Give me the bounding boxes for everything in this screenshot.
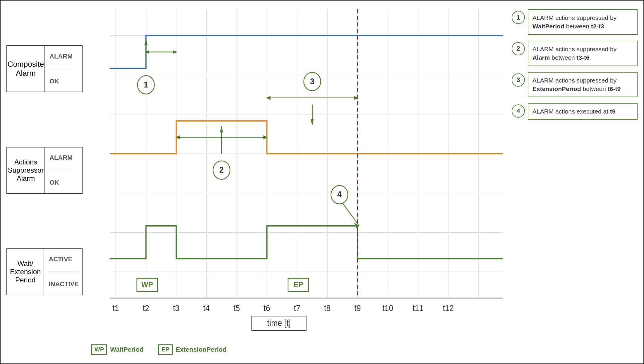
svg-marker-28 (220, 126, 223, 132)
composite-alarm-title: Composite Alarm (7, 46, 45, 92)
svg-text:t10: t10 (382, 303, 393, 313)
wait-extension-title: Wait/ Extension Period (7, 249, 44, 295)
time-ticks: t1 t2 t3 t4 t5 t6 t7 t8 t9 t10 t11 t12 (112, 303, 454, 313)
svg-text:t1: t1 (112, 303, 119, 313)
annotation-1-group: 1 (138, 39, 178, 94)
annotation-3-group: 3 (266, 72, 359, 126)
svg-text:3: 3 (310, 77, 314, 86)
svg-text:4: 4 (337, 190, 342, 199)
svg-marker-23 (144, 50, 149, 54)
actions-suppressor-states: ALARM OK (45, 147, 77, 193)
annotation-2: 2 ALARM actions suppressed by Alarm betw… (512, 41, 638, 66)
annotation-4-group: 4 (331, 186, 359, 229)
svg-text:2: 2 (219, 165, 224, 174)
annotation-number-4: 4 (512, 104, 525, 118)
active-state: ACTIVE (49, 255, 79, 263)
ep-legend-box: EP (158, 344, 173, 355)
svg-text:time [t]: time [t] (267, 318, 291, 328)
annotation-number-3: 3 (512, 73, 525, 87)
wp-label: WP (137, 278, 157, 291)
svg-marker-24 (173, 50, 178, 54)
suppressor-alarm-line (110, 121, 503, 154)
wait-extension-box: Wait/ Extension Period ACTIVE INACTIVE (6, 248, 83, 295)
actions-ok-state: OK (49, 179, 73, 186)
annotation-box-3: ALARM actions suppressed by ExtensionPer… (528, 72, 638, 97)
ep-label: EP (288, 278, 309, 291)
svg-text:t2: t2 (143, 303, 149, 313)
wait-extension-states: ACTIVE INACTIVE (44, 249, 83, 295)
actions-suppressor-title: Actions Suppressor Alarm (7, 147, 45, 193)
svg-text:t9: t9 (354, 303, 361, 313)
actions-alarm-state: ALARM (49, 154, 73, 162)
annotation-3: 3 ALARM actions suppressed by ExtensionP… (512, 72, 638, 97)
annotation-1: 1 ALARM actions suppressed by WaitPeriod… (512, 9, 638, 35)
divider2 (49, 170, 73, 170)
inactive-state: INACTIVE (49, 280, 79, 288)
svg-text:EP: EP (294, 280, 303, 289)
svg-text:1: 1 (144, 80, 148, 89)
svg-text:t11: t11 (412, 303, 423, 313)
wait-extension-line (110, 226, 503, 259)
wp-legend-box: WP (91, 344, 107, 355)
divider1 (49, 69, 73, 69)
center-panel: 1 2 (85, 6, 509, 358)
annotation-4: 4 ALARM actions executed at t9 (512, 103, 638, 120)
composite-alarm-states: ALARM OK (45, 46, 77, 92)
divider3 (49, 272, 79, 272)
svg-text:t3: t3 (173, 303, 179, 313)
ep-legend-text: ExtensionPeriod (176, 346, 227, 353)
svg-line-41 (342, 203, 359, 226)
actions-suppressor-box: Actions Suppressor Alarm ALARM OK (6, 147, 83, 194)
svg-text:WP: WP (141, 280, 153, 289)
chart-svg: 1 2 (85, 9, 509, 321)
annotation-box-4: ALARM actions executed at t9 (528, 103, 638, 120)
svg-text:t12: t12 (443, 303, 454, 313)
left-panel: Composite Alarm ALARM OK Actions Suppres… (6, 6, 83, 358)
legend-ep: EP ExtensionPeriod (158, 344, 227, 355)
annotation-box-1: ALARM actions suppressed by WaitPeriod b… (528, 9, 638, 35)
legend-wp: WP WaitPeriod (91, 344, 143, 355)
main-container: Composite Alarm ALARM OK Actions Suppres… (0, 0, 644, 364)
svg-marker-37 (266, 96, 270, 100)
legend-area: WP WaitPeriod EP ExtensionPeriod (85, 341, 509, 358)
composite-alarm-state: ALARM (49, 53, 73, 60)
svg-text:t5: t5 (233, 303, 240, 313)
right-panel: 1 ALARM actions suppressed by WaitPeriod… (512, 6, 638, 358)
annotation-2-group: 2 (175, 126, 268, 179)
chart-area: 1 2 (85, 9, 509, 321)
svg-text:t6: t6 (264, 303, 270, 313)
composite-alarm-box: Composite Alarm ALARM OK (6, 45, 83, 92)
svg-marker-21 (144, 39, 147, 45)
svg-text:t4: t4 (203, 303, 210, 313)
annotation-number-2: 2 (512, 42, 525, 55)
wp-legend-text: WaitPeriod (110, 346, 143, 353)
svg-text:t8: t8 (324, 303, 330, 313)
annotation-number-1: 1 (512, 11, 525, 24)
annotation-box-2: ALARM actions suppressed by Alarm betwee… (528, 41, 638, 66)
svg-marker-35 (311, 119, 314, 126)
svg-text:t7: t7 (294, 303, 300, 313)
composite-ok-state: OK (49, 78, 73, 85)
